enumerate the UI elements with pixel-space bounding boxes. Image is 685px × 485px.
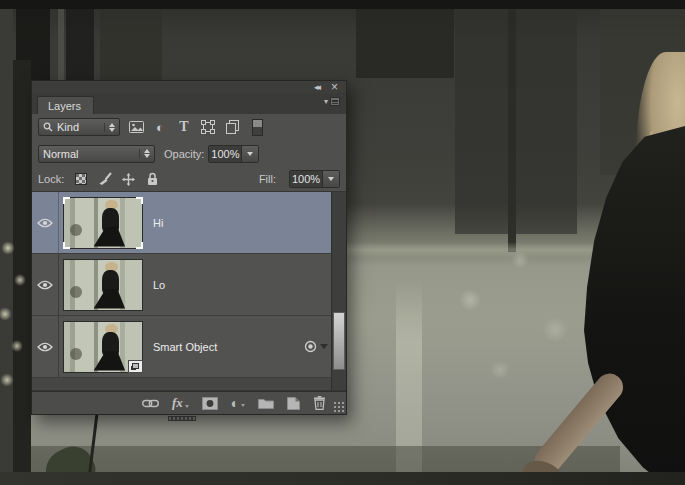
layer-row-hi[interactable]: Hi (32, 192, 331, 254)
filter-bar: Kind ◐ T (32, 114, 346, 140)
layers-toolbar: fx ◐ (32, 391, 346, 414)
opacity-label: Opacity: (164, 148, 204, 160)
lock-pixels-button[interactable] (97, 172, 112, 187)
brush-icon (98, 172, 112, 186)
padlock-icon (147, 172, 158, 186)
lock-all-button[interactable] (145, 172, 160, 187)
layer-name[interactable]: Hi (153, 217, 163, 229)
scrollbar[interactable] (331, 192, 346, 390)
link-layers-button[interactable] (142, 399, 159, 408)
updown-arrows-icon (139, 149, 150, 158)
layer-thumbnail[interactable] (63, 321, 143, 373)
panel-titlebar[interactable]: ◂◂ × (32, 81, 346, 93)
filter-kind-select[interactable]: Kind (38, 118, 120, 136)
delete-layer-button[interactable] (313, 396, 326, 410)
visibility-toggle[interactable] (32, 316, 59, 377)
half-circle-icon: ◐ (156, 121, 164, 134)
eye-icon (37, 280, 53, 290)
chevron-down-icon (241, 404, 245, 407)
lock-bar: Lock: (32, 167, 346, 191)
panel-menu-button[interactable]: ▾ (324, 97, 340, 106)
layer-thumbnail[interactable] (63, 259, 143, 311)
layers-panel: ◂◂ × Layers ▾ Kind (31, 80, 347, 415)
checkerboard-icon (75, 173, 87, 185)
eye-icon (37, 342, 53, 352)
layer-style-button[interactable]: fx (172, 395, 189, 411)
resize-grip[interactable] (333, 401, 345, 413)
visibility-toggle[interactable] (32, 192, 59, 253)
blend-bar: Normal Opacity: 100% (32, 140, 346, 167)
type-icon: T (179, 119, 188, 135)
chevron-down-icon (185, 405, 189, 408)
close-panel-button[interactable]: × (331, 83, 338, 92)
panel-drag-handle[interactable] (168, 416, 196, 421)
chevron-down-icon: ▾ (324, 97, 328, 106)
layer-row-lo[interactable]: Lo (32, 254, 331, 316)
smart-object-badge (128, 360, 143, 373)
eye-icon (37, 218, 53, 228)
lock-position-button[interactable] (121, 172, 136, 187)
filter-pixel-layers-button[interactable] (128, 119, 144, 135)
image-icon (129, 121, 144, 133)
chevron-down-icon (328, 177, 334, 181)
filter-shape-button[interactable] (200, 119, 216, 135)
tab-layers[interactable]: Layers (37, 96, 94, 114)
fill-label: Fill: (259, 173, 276, 185)
opacity-value-field[interactable]: 100% (209, 146, 241, 162)
filter-smart-object-button[interactable] (224, 119, 240, 135)
updown-arrows-icon (104, 123, 115, 132)
half-circle-icon: ◐ (231, 397, 239, 410)
smart-filter-icon[interactable] (304, 340, 317, 353)
blend-mode-select[interactable]: Normal (38, 145, 155, 163)
filter-toggle-switch[interactable] (252, 119, 263, 136)
fill-value-field[interactable]: 100% (290, 171, 322, 187)
link-icon (142, 399, 159, 408)
layer-name[interactable]: Lo (153, 279, 165, 291)
lock-label: Lock: (38, 173, 64, 185)
panel-tabbar: Layers ▾ (32, 93, 346, 114)
move-icon (121, 172, 136, 187)
filter-kind-value: Kind (57, 121, 79, 133)
new-layer-button[interactable] (287, 397, 300, 410)
filter-type-button[interactable]: T (176, 119, 192, 135)
scrollbar-thumb[interactable] (333, 312, 345, 370)
opacity-dropdown-button[interactable] (241, 146, 258, 162)
shape-icon (201, 120, 215, 134)
layer-row-smart-object[interactable]: Smart Object (32, 316, 331, 378)
mask-icon (202, 397, 218, 410)
folder-icon (258, 397, 274, 409)
photoshop-workspace: ◂◂ × Layers ▾ Kind (0, 0, 685, 485)
search-icon (43, 122, 53, 132)
layers-list: Hi Lo (32, 191, 346, 391)
orchid-flowers (0, 228, 30, 418)
chevron-down-icon (247, 152, 253, 156)
new-layer-icon (287, 397, 300, 410)
disclosure-triangle-icon[interactable] (320, 344, 328, 349)
visibility-toggle[interactable] (32, 254, 59, 315)
layer-thumbnail[interactable] (63, 197, 143, 249)
menu-lines-icon (330, 97, 340, 106)
new-group-button[interactable] (258, 397, 274, 409)
lock-transparency-button[interactable] (73, 172, 88, 187)
adjustment-layer-button[interactable]: ◐ (231, 397, 245, 410)
fx-icon: fx (172, 395, 183, 411)
layer-name[interactable]: Smart Object (153, 341, 217, 353)
filter-adjustment-button[interactable]: ◐ (152, 119, 168, 135)
blend-mode-value: Normal (43, 148, 78, 160)
trash-icon (313, 396, 326, 410)
fill-dropdown-button[interactable] (322, 171, 339, 187)
smart-object-icon (226, 120, 239, 134)
collapse-panel-button[interactable]: ◂◂ (314, 83, 319, 92)
add-mask-button[interactable] (202, 397, 218, 410)
blossom-reflections (430, 230, 610, 405)
